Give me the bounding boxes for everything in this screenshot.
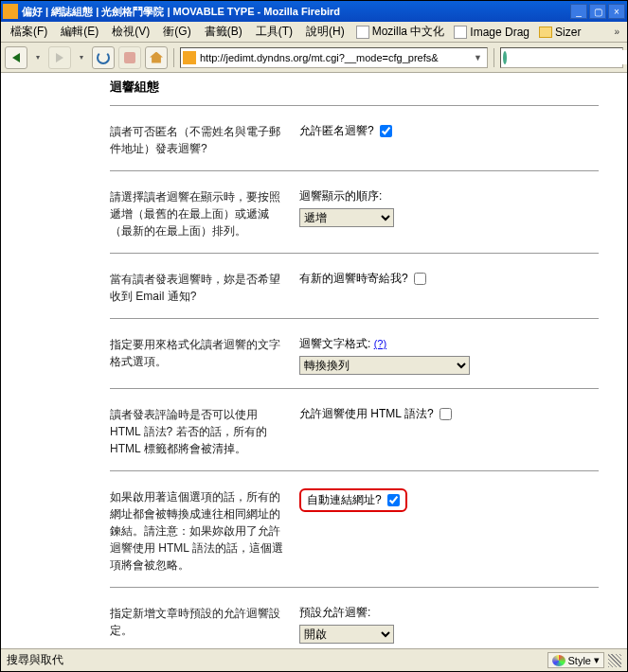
status-bar: 搜尋與取代 Style ▾: [1, 648, 627, 671]
app-icon: [3, 4, 18, 19]
style-label: Style: [568, 655, 591, 666]
control-html: 允許迴響使用 HTML 語法?: [299, 406, 599, 457]
ctl-label: 自動連結網址?: [307, 492, 382, 508]
notify-field[interactable]: 有新的迴響時寄給我?: [299, 271, 426, 287]
favicon: [183, 51, 196, 64]
anonymous-checkbox[interactable]: [380, 125, 392, 137]
url-input[interactable]: [200, 52, 471, 63]
control-notify: 有新的迴響時寄給我?: [299, 271, 599, 305]
overflow-chevron[interactable]: »: [610, 27, 623, 37]
row-anonymous: 讀者可否匿名（不需姓名與電子郵件地址）發表迴響? 允許匿名迴響?: [110, 106, 599, 171]
search-icon: [503, 51, 507, 64]
control-autolink: 自動連結網址?: [299, 488, 599, 574]
left-gutter: [1, 73, 110, 648]
ctl-label: 迴響顯示的順序:: [299, 188, 599, 204]
bookmark-sizer[interactable]: Sizer: [535, 24, 584, 41]
page-content: 迴響組態 讀者可否匿名（不需姓名與電子郵件地址）發表迴響? 允許匿名迴響? 請選…: [1, 73, 627, 648]
row-notify: 當有讀者發表迴響時，妳是否希望收到 Email 通知? 有新的迴響時寄給我?: [110, 254, 599, 319]
search-input[interactable]: [507, 50, 628, 64]
menu-bookmarks[interactable]: 書籤(B): [199, 22, 248, 42]
section-title: 迴響組態: [110, 73, 599, 106]
page-icon: [454, 26, 467, 39]
url-box[interactable]: ▼: [180, 47, 488, 68]
format-text: 迴響文字格式:: [299, 337, 370, 350]
bookmark-label: Image Drag: [470, 26, 529, 39]
palette-icon: [552, 655, 565, 666]
folder-icon: [539, 27, 552, 38]
menu-view[interactable]: 檢視(V): [106, 22, 155, 42]
control-anonymous: 允許匿名迴響?: [299, 123, 599, 157]
control-format: 迴響文字格式: (?) 轉換換列: [299, 336, 599, 375]
ctl-label: 有新的迴響時寄給我?: [299, 271, 408, 287]
back-dropdown[interactable]: [31, 46, 45, 69]
url-dropdown[interactable]: ▼: [471, 53, 485, 62]
status-text: 搜尋與取代: [7, 652, 547, 668]
window-titlebar: 偏好 | 網誌組態 | 光劍格鬥學院 | MOVABLE TYPE - Mozi…: [1, 1, 627, 22]
menu-file[interactable]: 檔案(F): [5, 22, 53, 42]
order-select[interactable]: 遞增: [299, 208, 394, 227]
separator: [493, 48, 494, 67]
row-order: 請選擇讀者迴響在顯示時，要按照遞增（最舊的在最上面）或遞減（最新的在最上面）排列…: [110, 171, 599, 254]
bookmark-label: Sizer: [555, 26, 581, 39]
menu-bar: 檔案(F) 編輯(E) 檢視(V) 衝(G) 書籤(B) 工具(T) 說明(H)…: [1, 22, 627, 43]
window-buttons: _ ▢ ×: [570, 4, 625, 19]
separator: [173, 48, 174, 67]
format-select[interactable]: 轉換換列: [299, 356, 470, 375]
reload-button[interactable]: [92, 46, 115, 69]
label-autolink: 如果啟用著這個選項的話，所有的網址都會被轉換成連往相同網址的鍊結。請注意：如果妳…: [110, 488, 299, 574]
ctl-label: 預設允許迴響:: [299, 605, 599, 621]
page-icon: [356, 26, 369, 39]
ctl-label: 迴響文字格式: (?): [299, 336, 599, 352]
bookmark-mozilla[interactable]: Mozilla 中文化: [352, 22, 449, 42]
row-autolink: 如果啟用著這個選項的話，所有的網址都會被轉換成連往相同網址的鍊結。請注意：如果妳…: [110, 471, 599, 588]
search-box[interactable]: [500, 47, 623, 68]
menu-edit[interactable]: 編輯(E): [55, 22, 104, 42]
stop-button[interactable]: [118, 46, 141, 69]
style-button[interactable]: Style ▾: [547, 652, 604, 668]
autolink-checkbox[interactable]: [387, 494, 400, 506]
ctl-label: 允許迴響使用 HTML 語法?: [299, 406, 434, 422]
label-order: 請選擇讀者迴響在顯示時，要按照遞增（最舊的在最上面）或遞減（最新的在最上面）排列…: [110, 188, 299, 239]
reload-icon: [97, 51, 110, 64]
resize-grip[interactable]: [608, 654, 621, 667]
default-select[interactable]: 開啟: [299, 625, 394, 644]
bookmark-imagedrag[interactable]: Image Drag: [450, 24, 533, 41]
menu-help[interactable]: 說明(H): [300, 22, 350, 42]
window-title: 偏好 | 網誌組態 | 光劍格鬥學院 | MOVABLE TYPE - Mozi…: [22, 5, 570, 19]
home-button[interactable]: [145, 46, 168, 69]
help-link[interactable]: (?): [374, 338, 386, 349]
control-order: 迴響顯示的順序: 遞增: [299, 188, 599, 239]
minimize-button[interactable]: _: [570, 4, 587, 19]
menu-tools[interactable]: 工具(T): [250, 22, 298, 42]
notify-checkbox[interactable]: [414, 273, 426, 285]
forward-button[interactable]: [48, 46, 71, 69]
bookmark-label: Mozilla 中文化: [372, 24, 445, 40]
label-default: 指定新增文章時預設的允許迴響設定。: [110, 605, 299, 644]
label-format: 指定要用來格式化讀者迴響的文字格式選項。: [110, 336, 299, 375]
label-anonymous: 讀者可否匿名（不需姓名與電子郵件地址）發表迴響?: [110, 123, 299, 157]
arrow-right-icon: [56, 53, 63, 62]
chevron-down-icon: ▾: [594, 654, 600, 666]
forward-dropdown[interactable]: [75, 46, 88, 69]
home-icon: [150, 52, 163, 63]
autolink-field[interactable]: 自動連結網址?: [307, 492, 400, 508]
main-form: 迴響組態 讀者可否匿名（不需姓名與電子郵件地址）發表迴響? 允許匿名迴響? 請選…: [110, 73, 627, 648]
control-default: 預設允許迴響: 開啟: [299, 605, 599, 644]
label-notify: 當有讀者發表迴響時，妳是否希望收到 Email 通知?: [110, 271, 299, 305]
html-checkbox[interactable]: [440, 408, 452, 420]
row-default: 指定新增文章時預設的允許迴響設定。 預設允許迴響: 開啟: [110, 588, 599, 648]
html-field[interactable]: 允許迴響使用 HTML 語法?: [299, 406, 452, 422]
label-html: 讀者發表評論時是否可以使用 HTML 語法? 若否的話，所有的 HTML 標籤都…: [110, 406, 299, 457]
row-html: 讀者發表評論時是否可以使用 HTML 語法? 若否的話，所有的 HTML 標籤都…: [110, 389, 599, 471]
anonymous-field[interactable]: 允許匿名迴響?: [299, 123, 392, 139]
close-button[interactable]: ×: [608, 4, 625, 19]
back-button[interactable]: [5, 46, 27, 69]
row-format: 指定要用來格式化讀者迴響的文字格式選項。 迴響文字格式: (?) 轉換換列: [110, 319, 599, 389]
maximize-button[interactable]: ▢: [589, 4, 606, 19]
navigation-toolbar: ▼: [1, 43, 627, 73]
menu-go[interactable]: 衝(G): [157, 22, 196, 42]
ctl-label: 允許匿名迴響?: [299, 123, 374, 139]
highlight-box: 自動連結網址?: [299, 488, 407, 512]
stop-icon: [124, 52, 135, 63]
arrow-left-icon: [12, 53, 20, 62]
